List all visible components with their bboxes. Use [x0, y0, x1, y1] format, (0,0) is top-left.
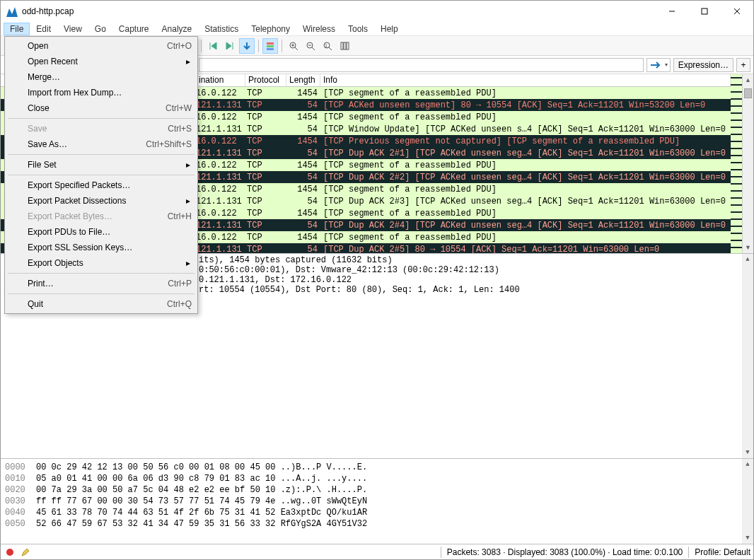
status-packets: Packets: 3083 · Displayed: 3083 (100.0%)… — [447, 547, 683, 557]
menu-go[interactable]: Go — [88, 23, 112, 35]
cell-len: 54 — [288, 197, 322, 206]
col-destination[interactable]: ination — [196, 74, 245, 86]
file-menu-export-specified-packets[interactable]: Export Specified Packets… — [6, 177, 196, 193]
menubar: FileEditViewGoCaptureAnalyzeStatisticsTe… — [1, 22, 753, 36]
cell-len: 54 — [288, 173, 322, 182]
hex-ascii: ...A..j. ...y.... — [281, 474, 367, 484]
file-menu-open[interactable]: OpenCtrl+O — [6, 38, 196, 54]
jump-last-icon[interactable] — [222, 38, 238, 54]
menu-analyze[interactable]: Analyze — [156, 23, 199, 35]
file-menu-export-packet-bytes: Export Packet Bytes…Ctrl+H — [6, 209, 196, 224]
menu-wireless[interactable]: Wireless — [296, 23, 342, 35]
scroll-down-icon[interactable]: ▼ — [743, 242, 753, 253]
svg-point-20 — [6, 549, 13, 556]
svg-line-15 — [329, 47, 332, 50]
file-menu-open-recent[interactable]: Open Recent▸ — [6, 54, 196, 69]
col-protocol[interactable]: Protocol — [245, 74, 286, 86]
menu-file[interactable]: File — [4, 23, 30, 35]
shortcut-label: Ctrl+S — [168, 124, 192, 134]
file-menu-export-objects[interactable]: Export Objects▸ — [6, 255, 196, 271]
menu-capture[interactable]: Capture — [112, 23, 156, 35]
cell-dest: 16.0.122 — [196, 233, 247, 243]
menu-item-label: Export Objects — [28, 258, 192, 268]
autoscroll-icon[interactable] — [239, 38, 255, 54]
hex-scrollbar[interactable]: ▲ ▼ — [742, 459, 753, 544]
details-line[interactable]: its), 1454 bytes captured (11632 bits) — [199, 255, 750, 265]
file-menu-export-pdus-to-file[interactable]: Export PDUs to File… — [6, 224, 196, 240]
status-profile[interactable]: Profile: Default — [695, 547, 750, 557]
file-menu-merge[interactable]: Merge… — [6, 69, 196, 85]
file-menu-print[interactable]: Print…Ctrl+P — [6, 276, 196, 291]
scroll-down-icon[interactable]: ▼ — [742, 532, 753, 544]
file-menu-close[interactable]: CloseCtrl+W — [6, 100, 196, 116]
svg-rect-5 — [267, 45, 274, 47]
col-info[interactable]: Info — [320, 74, 731, 86]
close-button[interactable] — [721, 1, 753, 22]
expression-button[interactable]: Expression… — [673, 58, 733, 72]
cell-proto: TCP — [247, 100, 288, 110]
hex-line[interactable]: 0030ff ff 77 67 00 00 30 54 73 57 77 51 … — [5, 496, 749, 507]
shortcut-label: Ctrl+O — [167, 41, 192, 51]
file-menu-quit[interactable]: QuitCtrl+Q — [6, 296, 196, 312]
file-menu-import-from-hex-dump[interactable]: Import from Hex Dump… — [6, 85, 196, 100]
menu-item-label: Save — [28, 124, 168, 134]
details-line[interactable]: 0:50:56:c0:00:01), Dst: Vmware_42:12:13 … — [199, 265, 750, 275]
zoom-reset-icon[interactable]: 1 — [320, 38, 335, 54]
cell-info: [TCP Dup ACK 2#2] [TCP ACKed unseen seg…… — [322, 173, 731, 182]
file-menu-export-packet-dissections[interactable]: Export Packet Dissections▸ — [6, 193, 196, 209]
apply-filter-button[interactable]: ▾ — [646, 58, 671, 72]
menu-item-label: Import from Hex Dump… — [28, 88, 192, 98]
scroll-up-icon[interactable]: ▲ — [742, 459, 753, 470]
cell-dest: 121.1.131 — [196, 221, 247, 231]
cell-dest: 16.0.122 — [196, 136, 247, 146]
col-length[interactable]: Length — [286, 74, 320, 86]
hex-line[interactable]: 004045 61 33 78 70 74 44 63 51 4f 2f 6b … — [5, 507, 749, 518]
jump-first-icon[interactable] — [205, 38, 221, 54]
colorize-icon[interactable] — [262, 38, 278, 54]
details-line[interactable]: rt: 10554 (10554), Dst Port: 80 (80), Se… — [199, 285, 750, 295]
expert-info-icon[interactable] — [4, 546, 16, 559]
packet-scrollbar[interactable]: ▲ ▼ — [742, 74, 753, 253]
cell-proto: TCP — [247, 161, 288, 170]
details-scrollbar[interactable]: ▲ ▼ — [742, 254, 753, 458]
hex-ascii: RfGYgS2A 4GY51V32 — [281, 519, 367, 529]
hex-offset: 0020 — [5, 484, 36, 496]
hex-line[interactable]: 000000 0c 29 42 12 13 00 50 56 c0 00 01 … — [5, 462, 749, 473]
menu-tools[interactable]: Tools — [342, 23, 374, 35]
file-menu-export-ssl-session-keys[interactable]: Export SSL Session Keys… — [6, 240, 196, 255]
menu-telephony[interactable]: Telephony — [245, 23, 296, 35]
file-menu-save-as[interactable]: Save As…Ctrl+Shift+S — [6, 136, 196, 152]
scroll-thumb[interactable] — [744, 88, 752, 98]
wireshark-icon — [6, 6, 18, 17]
menu-edit[interactable]: Edit — [30, 23, 57, 35]
window-title: odd-http.pcap — [22, 6, 656, 16]
menu-view[interactable]: View — [57, 23, 88, 35]
cell-dest: 121.1.131 — [196, 148, 247, 158]
maximize-button[interactable] — [688, 1, 721, 22]
scroll-up-icon[interactable]: ▲ — [742, 254, 753, 265]
details-line[interactable]: 0.121.1.131, Dst: 172.16.0.122 — [199, 275, 750, 285]
add-filter-button[interactable]: + — [736, 58, 750, 72]
cell-len: 1454 — [288, 185, 322, 194]
minimize-button[interactable] — [656, 1, 688, 22]
zoom-in-icon[interactable] — [286, 38, 301, 54]
resize-columns-icon[interactable] — [337, 38, 352, 54]
zoom-out-icon[interactable] — [303, 38, 318, 54]
packet-bytes-pane[interactable]: 000000 0c 29 42 12 13 00 50 56 c0 00 01 … — [1, 459, 753, 544]
shortcut-label: Ctrl+W — [166, 103, 192, 113]
scroll-down-icon[interactable]: ▼ — [742, 447, 753, 458]
cell-proto: TCP — [247, 124, 288, 134]
file-menu-file-set[interactable]: File Set▸ — [6, 157, 196, 173]
cell-dest: 121.1.131 — [196, 197, 247, 206]
menu-item-label: Export Specified Packets… — [28, 180, 192, 190]
menu-statistics[interactable]: Statistics — [198, 23, 245, 35]
hex-line[interactable]: 001005 a0 01 41 00 00 6a 06 d3 90 c8 79 … — [5, 473, 749, 484]
scroll-up-icon[interactable]: ▲ — [743, 74, 753, 86]
cell-len: 54 — [288, 100, 322, 110]
menu-help[interactable]: Help — [374, 23, 405, 35]
cell-info: [TCP segment of a reassembled PDU] — [322, 112, 731, 122]
hex-line[interactable]: 002000 7a 29 3a 00 50 a7 5c 04 48 e2 e2 … — [5, 484, 749, 496]
edit-capture-comment-icon[interactable] — [19, 546, 32, 559]
hex-line[interactable]: 005052 66 47 59 67 53 32 41 34 47 59 35 … — [5, 518, 749, 530]
display-filter-input[interactable] — [199, 58, 644, 72]
